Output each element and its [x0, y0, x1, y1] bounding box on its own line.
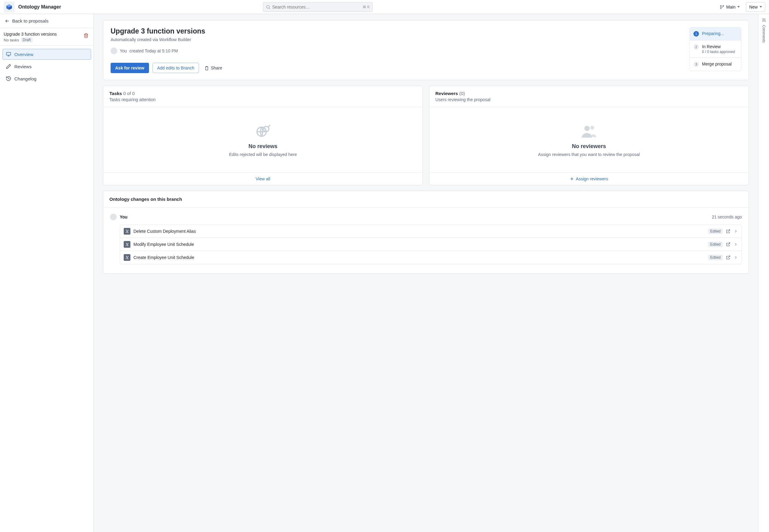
- created-text: created Today at 5:10 PM: [129, 48, 178, 53]
- svg-point-7: [723, 5, 724, 6]
- changes-body: You 21 seconds ago Delete Custom Deploym…: [103, 207, 749, 273]
- sidebar-item-overview[interactable]: Overview: [2, 49, 91, 60]
- step-merge[interactable]: 3 Merge proposal: [690, 58, 741, 71]
- svg-point-18: [590, 126, 594, 129]
- panel-collapse-icon: [761, 18, 766, 23]
- search-input[interactable]: [272, 5, 361, 9]
- reviewers-subtitle: Users reviewing the proposal: [435, 97, 742, 102]
- pencil-icon: [6, 64, 11, 69]
- search-shortcut: ⌘ K: [363, 5, 370, 9]
- sidebar-item-changelog[interactable]: Changelog: [2, 73, 91, 84]
- reviewers-count: (0): [459, 91, 465, 96]
- change-item[interactable]: Create Employee Unit Schedule Edited: [120, 251, 742, 264]
- reviewers-footer-label: Assign reviewers: [576, 176, 608, 181]
- external-link-icon[interactable]: [726, 242, 731, 247]
- delete-proposal-button[interactable]: [82, 32, 90, 39]
- svg-point-5: [720, 5, 721, 6]
- change-item[interactable]: Modify Employee Unit Schedule Edited: [120, 238, 742, 251]
- people-icon: [581, 123, 597, 139]
- trash-icon: [83, 33, 89, 38]
- tasks-view-all[interactable]: View all: [103, 172, 423, 185]
- search-wrap: ⌘ K: [263, 2, 373, 12]
- avatar: [110, 214, 117, 220]
- creator-name: You: [120, 48, 127, 53]
- step-in-review[interactable]: 2 In Review 0 / 0 tasks approved: [690, 40, 741, 58]
- action-row: Ask for review Add edits to Branch Share: [111, 63, 682, 73]
- topbar-right: Main New: [717, 2, 765, 12]
- reviewers-empty-heading: No reviewers: [572, 143, 606, 150]
- step-number: 1: [693, 31, 699, 37]
- change-list: Delete Custom Deployment Alias Edited: [120, 225, 742, 264]
- search-box[interactable]: ⌘ K: [263, 2, 373, 12]
- assign-reviewers-button[interactable]: Assign reviewers: [429, 172, 749, 185]
- step-number: 3: [693, 62, 699, 67]
- tasks-empty-text: Edits rejected will be displayed here: [229, 152, 297, 157]
- svg-line-16: [268, 125, 270, 127]
- avatar: [111, 48, 117, 54]
- app-logo[interactable]: [4, 2, 15, 12]
- tasks-empty-heading: No reviews: [248, 143, 277, 150]
- sidebar: Back to proposals Upgrade 3 function ver…: [0, 14, 94, 532]
- change-author: You: [120, 215, 127, 219]
- ask-for-review-button[interactable]: Ask for review: [111, 63, 149, 73]
- chevron-down-icon: [737, 6, 740, 8]
- proposal-header-card: Upgrade 3 function versions Automaticall…: [103, 20, 749, 80]
- creator-line: You created Today at 5:10 PM: [111, 48, 682, 54]
- tasks-count: No tasks: [4, 38, 19, 42]
- function-icon: [124, 241, 130, 248]
- new-dropdown[interactable]: New: [746, 2, 765, 12]
- external-link-icon[interactable]: [726, 229, 731, 234]
- cube-icon: [6, 4, 12, 10]
- sidebar-item-reviews[interactable]: Reviews: [2, 61, 91, 72]
- page-title: Upgrade 3 function versions: [111, 27, 682, 35]
- sidebar-item-label: Changelog: [14, 76, 37, 81]
- main-content: Upgrade 3 function versions Automaticall…: [94, 14, 758, 532]
- branch-label: Main: [726, 5, 735, 9]
- svg-point-6: [720, 8, 721, 9]
- branch-dropdown[interactable]: Main: [717, 2, 743, 12]
- function-icon: [124, 254, 130, 261]
- change-time: 21 seconds ago: [712, 215, 742, 219]
- step-label: Merge proposal: [702, 62, 732, 66]
- proposal-summary: Upgrade 3 function versions No tasks Dra…: [0, 28, 94, 46]
- change-author-row: You 21 seconds ago: [110, 214, 742, 220]
- change-item[interactable]: Delete Custom Deployment Alias Edited: [120, 225, 742, 238]
- side-nav: Overview Reviews Changelog: [0, 46, 94, 87]
- comments-rail[interactable]: Comments: [758, 14, 769, 532]
- proposal-header-main: Upgrade 3 function versions Automaticall…: [111, 27, 682, 73]
- chevron-down-icon: [760, 6, 762, 8]
- step-preparing[interactable]: 1 Preparing...: [690, 27, 741, 40]
- tasks-card-head: Tasks 0 of 0 Tasks requiring attention: [103, 86, 423, 107]
- changes-card: Ontology changes on this branch You 21 s…: [103, 191, 749, 274]
- reviewers-empty-state: No reviewers Assign reviewers that you w…: [429, 107, 749, 172]
- external-link-icon[interactable]: [726, 255, 731, 260]
- comments-label: Comments: [762, 25, 766, 43]
- arrow-left-icon: [5, 19, 10, 23]
- svg-rect-13: [206, 66, 207, 67]
- reviewers-title-text: Reviewers: [435, 91, 458, 96]
- tasks-count: 0 of 0: [123, 91, 135, 96]
- share-label: Share: [211, 66, 222, 70]
- change-label: Delete Custom Deployment Alias: [133, 229, 705, 234]
- step-label: Preparing...: [702, 31, 724, 36]
- share-button[interactable]: Share: [203, 66, 224, 70]
- tasks-subtitle: Tasks requiring attention: [109, 97, 416, 102]
- back-to-proposals[interactable]: Back to proposals: [0, 14, 94, 28]
- status-steps: 1 Preparing... 2 In Review 0 / 0 tasks a…: [689, 27, 741, 71]
- branch-icon: [720, 5, 725, 9]
- reviewers-title: Reviewers (0): [435, 91, 742, 96]
- change-label: Create Employee Unit Schedule: [133, 255, 705, 260]
- globe-search-icon: [255, 123, 271, 139]
- plus-icon: [570, 177, 574, 181]
- svg-point-17: [584, 126, 590, 131]
- history-icon: [6, 76, 11, 81]
- change-badge: Edited: [708, 255, 723, 260]
- shell: Back to proposals Upgrade 3 function ver…: [0, 14, 769, 532]
- tasks-footer-label: View all: [256, 176, 270, 181]
- change-badge: Edited: [708, 242, 723, 247]
- chevron-right-icon: [734, 229, 738, 233]
- tasks-title: Tasks 0 of 0: [109, 91, 416, 96]
- add-edits-button[interactable]: Add edits to Branch: [153, 63, 199, 73]
- step-label: In Review: [702, 44, 735, 49]
- change-label: Modify Employee Unit Schedule: [133, 242, 705, 247]
